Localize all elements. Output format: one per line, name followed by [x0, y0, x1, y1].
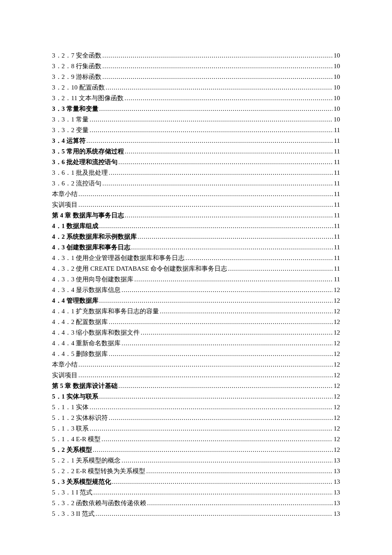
toc-leader-dots: [146, 466, 333, 476]
toc-leader-dots: [228, 263, 333, 274]
toc-leader-dots: [160, 306, 333, 316]
toc-entry-page: 12: [334, 295, 340, 306]
toc-entry[interactable]: 4．4 管理数据库12: [52, 295, 340, 306]
toc-entry[interactable]: 4．1 数据库组成11: [52, 221, 340, 231]
toc-entry[interactable]: 本章小结12: [52, 359, 340, 370]
toc-leader-dots: [109, 413, 333, 423]
toc-entry-title: 3．5 常用的系统存储过程: [52, 146, 124, 156]
toc-entry[interactable]: 3．2．9 游标函数10: [52, 72, 340, 82]
toc-leader-dots: [102, 178, 333, 188]
toc-entry-page: 11: [334, 274, 340, 284]
toc-entry[interactable]: 3．2．7 安全函数10: [52, 50, 340, 61]
toc-entry[interactable]: 5．3．3 II 范式13: [52, 509, 340, 519]
toc-entry-title: 5．3．1 I 范式: [52, 487, 92, 497]
toc-entry-title: 第 4 章 数据库与事务日志: [52, 210, 124, 220]
toc-entry[interactable]: 5．3．1 I 范式13: [52, 487, 340, 497]
toc-entry[interactable]: 5．1．3 联系12: [52, 423, 340, 434]
toc-entry[interactable]: 4．4．3 缩小数据库和数据文件12: [52, 327, 340, 338]
toc-entry-page: 12: [334, 434, 340, 444]
toc-entry-page: 13: [334, 466, 340, 476]
toc-entry[interactable]: 4．3．4 显示数据库信息12: [52, 285, 340, 295]
toc-entry[interactable]: 5．2．2 E-R 模型转换为关系模型13: [52, 466, 340, 476]
toc-entry-title: 3．6 批处理和流控语句: [52, 157, 118, 167]
toc-entry[interactable]: 5．2 关系模型12: [52, 445, 340, 455]
toc-entry[interactable]: 3．3．2 变量11: [52, 125, 340, 135]
toc-leader-dots: [102, 61, 333, 71]
toc-entry[interactable]: 5．3 关系模型规范化13: [52, 477, 340, 487]
toc-leader-dots: [89, 423, 333, 434]
toc-entry[interactable]: 4．3 创建数据库和事务日志11: [52, 242, 340, 252]
toc-entry[interactable]: 5．3．2 函数依赖与函数传递依赖13: [52, 498, 340, 508]
toc-entry-title: 4．1 数据库组成: [52, 221, 98, 231]
toc-entry-title: 3．6．2 流控语句: [52, 178, 101, 188]
toc-leader-dots: [102, 72, 333, 82]
toc-entry-page: 12: [334, 338, 340, 348]
toc-leader-dots: [99, 391, 333, 402]
toc-entry-title: 3．3．2 变量: [52, 125, 89, 135]
toc-entry-title: 3．2．11 文本与图像函数: [52, 93, 124, 103]
toc-entry[interactable]: 4．4．5 删除数据库12: [52, 349, 340, 359]
toc-leader-dots: [118, 381, 333, 391]
toc-leader-dots: [78, 370, 333, 380]
toc-leader-dots: [121, 285, 333, 295]
toc-entry[interactable]: 3．2．11 文本与图像函数10: [52, 93, 340, 103]
toc-entry-page: 11: [334, 178, 340, 188]
toc-entry[interactable]: 4．3．3 使用向导创建数据库11: [52, 274, 340, 284]
toc-entry[interactable]: 3．3．1 常量10: [52, 114, 340, 124]
toc-leader-dots: [93, 445, 333, 455]
toc-entry-page: 11: [334, 210, 340, 220]
toc-entry[interactable]: 3．6．2 流控语句11: [52, 178, 340, 188]
toc-entry-page: 11: [334, 263, 340, 274]
toc-entry[interactable]: 3．5 常用的系统存储过程11: [52, 146, 340, 156]
toc-entry[interactable]: 4．4．2 配置数据库12: [52, 317, 340, 327]
toc-leader-dots: [102, 50, 333, 61]
toc-entry-page: 11: [334, 136, 340, 146]
toc-entry-title: 5．1 实体与联系: [52, 391, 98, 402]
toc-entry[interactable]: 实训项目11: [52, 199, 340, 210]
toc-entry[interactable]: 5．1．4 E-R 模型12: [52, 434, 340, 444]
toc-leader-dots: [109, 168, 333, 178]
toc-entry-title: 4．4．3 缩小数据库和数据文件: [52, 327, 140, 338]
toc-entry[interactable]: 第 4 章 数据库与事务日志11: [52, 210, 340, 220]
toc-entry-page: 11: [334, 199, 340, 210]
toc-entry[interactable]: 5．2．1 关系模型的概念13: [52, 455, 340, 465]
toc-entry[interactable]: 5．1．1 实体12: [52, 402, 340, 412]
toc-entry[interactable]: 3．6．1 批及批处理11: [52, 168, 340, 178]
toc-entry-page: 11: [334, 253, 340, 263]
toc-entry-page: 11: [334, 189, 340, 199]
toc-leader-dots: [78, 189, 333, 199]
toc-leader-dots: [89, 402, 333, 412]
toc-entry[interactable]: 3．2．10 配置函数10: [52, 82, 340, 92]
toc-entry[interactable]: 5．1．2 实体标识符12: [52, 413, 340, 423]
toc-entry-title: 4．3．3 使用向导创建数据库: [52, 274, 133, 284]
toc-entry[interactable]: 3．6 批处理和流控语句11: [52, 157, 340, 167]
toc-leader-dots: [141, 327, 333, 338]
toc-entry-page: 12: [334, 423, 340, 434]
toc-entry-title: 3．4 运算符: [52, 136, 86, 146]
toc-entry-page: 12: [334, 306, 340, 316]
toc-leader-dots: [147, 498, 333, 508]
toc-entry[interactable]: 第 5 章 数据库设计基础12: [52, 381, 340, 391]
toc-entry[interactable]: 本章小结11: [52, 189, 340, 199]
toc-entry[interactable]: 实训项目12: [52, 370, 340, 380]
toc-entry[interactable]: 4．2 系统数据库和示例数据库11: [52, 231, 340, 242]
toc-leader-dots: [99, 221, 333, 231]
toc-leader-dots: [134, 274, 333, 284]
toc-entry-page: 12: [334, 413, 340, 423]
toc-leader-dots: [101, 434, 333, 444]
toc-entry[interactable]: 4．3．1 使用企业管理器创建数据库和事务日志11: [52, 253, 340, 263]
toc-entry[interactable]: 3．2．8 行集函数10: [52, 61, 340, 71]
toc-entry-title: 3．2．8 行集函数: [52, 61, 101, 71]
toc-entry[interactable]: 5．1 实体与联系12: [52, 391, 340, 402]
toc-leader-dots: [124, 93, 333, 103]
toc-entry-page: 13: [334, 455, 340, 465]
toc-entry[interactable]: 4．3．2 使用 CREATE DATABASE 命令创建数据库和事务日志11: [52, 263, 340, 274]
toc-entry-title: 5．1．4 E-R 模型: [52, 434, 101, 444]
toc-leader-dots: [131, 242, 333, 252]
toc-entry[interactable]: 3．4 运算符11: [52, 136, 340, 146]
toc-leader-dots: [121, 338, 333, 348]
toc-entry[interactable]: 4．4．4 重新命名数据库12: [52, 338, 340, 348]
toc-entry[interactable]: 4．4．1 扩充数据库和事务日志的容量12: [52, 306, 340, 316]
toc-entry[interactable]: 3．3 常量和变量10: [52, 104, 340, 114]
toc-leader-dots: [86, 136, 333, 146]
